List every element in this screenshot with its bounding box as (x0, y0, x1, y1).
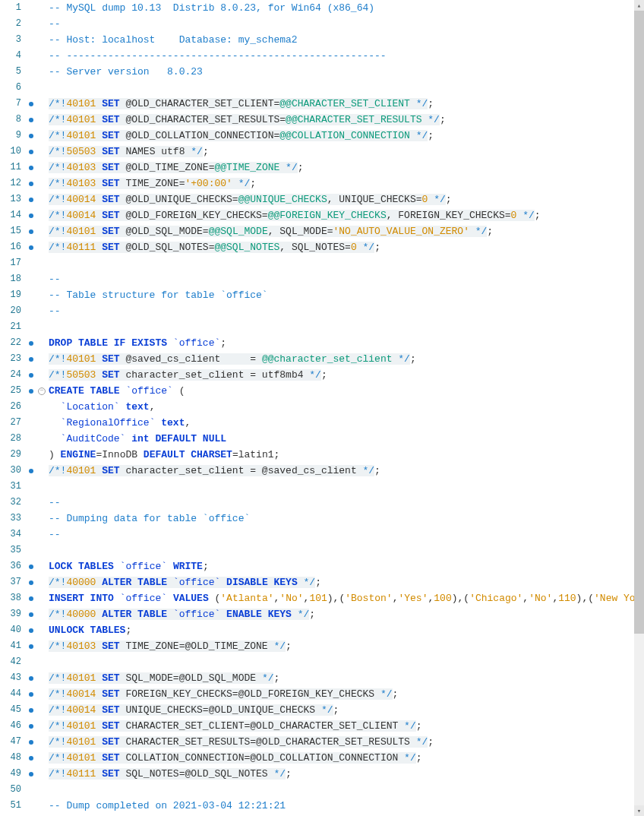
line-number: 10 (0, 144, 21, 160)
code-line[interactable]: /*!40101 SET @OLD_CHARACTER_SET_CLIENT=@… (49, 96, 634, 112)
code-line[interactable]: /*!40111 SET SQL_NOTES=@OLD_SQL_NOTES */… (49, 766, 634, 782)
line-number: 48 (0, 750, 21, 766)
line-number: 11 (0, 160, 21, 176)
code-line[interactable]: /*!40103 SET TIME_ZONE=@OLD_TIME_ZONE */… (49, 638, 634, 654)
line-number: 50 (0, 782, 21, 798)
change-marker (26, 223, 36, 239)
vertical-scrollbar[interactable]: ▴ ▾ (634, 0, 644, 816)
code-line[interactable]: `RegionalOffice` text, (49, 415, 634, 431)
change-marker (26, 542, 36, 558)
code-line[interactable]: /*!40101 SET CHARACTER_SET_RESULTS=@OLD_… (49, 734, 634, 750)
code-line[interactable]: -- Table structure for table `office` (49, 287, 634, 303)
fold-cell (36, 574, 47, 590)
code-line[interactable]: /*!40014 SET @OLD_UNIQUE_CHECKS=@@UNIQUE… (49, 191, 634, 207)
line-number: 41 (0, 638, 21, 654)
scroll-up-icon[interactable]: ▴ (634, 0, 644, 11)
fold-cell (36, 80, 47, 96)
code-line[interactable]: /*!40103 SET TIME_ZONE='+00:00' */; (49, 176, 634, 191)
line-number: 47 (0, 734, 21, 750)
code-line[interactable]: -- MySQL dump 10.13 Distrib 8.0.23, for … (49, 0, 634, 16)
code-line[interactable] (49, 542, 634, 558)
code-line[interactable]: /*!50503 SET character_set_client = utf8… (49, 367, 634, 383)
code-line[interactable]: -- Host: localhost Database: my_schema2 (49, 32, 634, 48)
line-number: 38 (0, 590, 21, 606)
code-area[interactable]: -- MySQL dump 10.13 Distrib 8.0.23, for … (47, 0, 634, 816)
code-line[interactable]: /*!40014 SET @OLD_FOREIGN_KEY_CHECKS=@@F… (49, 207, 634, 223)
code-line[interactable]: LOCK TABLES `office` WRITE; (49, 558, 634, 574)
code-line[interactable]: -- (49, 271, 634, 287)
code-line[interactable]: /*!40101 SET CHARACTER_SET_CLIENT=@OLD_C… (49, 718, 634, 734)
fold-toggle-icon[interactable]: − (38, 387, 46, 395)
fold-cell (36, 415, 47, 431)
code-line[interactable] (49, 654, 634, 670)
code-line[interactable]: /*!40101 SET SQL_MODE=@OLD_SQL_MODE */; (49, 670, 634, 686)
code-line[interactable]: -- (49, 495, 634, 511)
line-number: 29 (0, 447, 21, 463)
code-line[interactable]: /*!40014 SET FOREIGN_KEY_CHECKS=@OLD_FOR… (49, 686, 634, 702)
change-marker (26, 479, 36, 495)
code-line[interactable]: `Location` text, (49, 399, 634, 415)
code-line[interactable]: /*!40111 SET @OLD_SQL_NOTES=@@SQL_NOTES,… (49, 239, 634, 255)
code-line[interactable]: -- -------------------------------------… (49, 48, 634, 64)
code-line[interactable]: -- Dumping data for table `office` (49, 511, 634, 527)
code-line[interactable]: DROP TABLE IF EXISTS `office`; (49, 335, 634, 351)
code-line[interactable]: /*!40101 SET character_set_client = @sav… (49, 463, 634, 479)
code-line[interactable] (49, 782, 634, 798)
code-line[interactable]: /*!40101 SET COLLATION_CONNECTION=@OLD_C… (49, 750, 634, 766)
code-line[interactable]: UNLOCK TABLES; (49, 622, 634, 638)
code-line[interactable] (49, 319, 634, 335)
code-line[interactable]: ) ENGINE=InnoDB DEFAULT CHARSET=latin1; (49, 447, 634, 463)
change-marker (26, 574, 36, 590)
code-line[interactable]: -- (49, 16, 634, 32)
code-line[interactable] (49, 255, 634, 271)
line-number: 36 (0, 558, 21, 574)
code-line[interactable]: /*!40000 ALTER TABLE `office` DISABLE KE… (49, 574, 634, 590)
fold-cell (36, 463, 47, 479)
line-number: 2 (0, 16, 21, 32)
fold-cell (36, 112, 47, 128)
fold-cell (36, 48, 47, 64)
code-line[interactable]: -- Server version 8.0.23 (49, 64, 634, 80)
code-line[interactable]: /*!40000 ALTER TABLE `office` ENABLE KEY… (49, 606, 634, 622)
change-marker (26, 0, 36, 16)
code-line[interactable]: /*!50503 SET NAMES utf8 */; (49, 144, 634, 160)
change-marker (26, 176, 36, 191)
code-line[interactable]: -- (49, 527, 634, 542)
fold-cell (36, 527, 47, 542)
code-line[interactable]: /*!40101 SET @saved_cs_client = @@charac… (49, 351, 634, 367)
code-line[interactable] (49, 80, 634, 96)
code-line[interactable]: /*!40014 SET UNIQUE_CHECKS=@OLD_UNIQUE_C… (49, 702, 634, 718)
line-number: 31 (0, 479, 21, 495)
code-line[interactable]: -- Dump completed on 2021-03-04 12:21:21 (49, 798, 634, 814)
scroll-down-icon[interactable]: ▾ (634, 805, 644, 816)
fold-cell[interactable]: − (36, 383, 47, 399)
change-marker (26, 128, 36, 144)
change-marker (26, 463, 36, 479)
code-line[interactable] (49, 479, 634, 495)
change-marker (26, 367, 36, 383)
code-editor[interactable]: 1234567891011121314151617181920212223242… (0, 0, 644, 816)
code-line[interactable]: `AuditCode` int DEFAULT NULL (49, 431, 634, 447)
fold-cell (36, 335, 47, 351)
change-marker (26, 686, 36, 702)
change-marker (26, 80, 36, 96)
fold-cell (36, 750, 47, 766)
line-number: 20 (0, 303, 21, 319)
line-number: 40 (0, 622, 21, 638)
fold-cell (36, 16, 47, 32)
code-line[interactable]: /*!40101 SET @OLD_COLLATION_CONNECTION=@… (49, 128, 634, 144)
line-number: 49 (0, 766, 21, 782)
line-number: 4 (0, 48, 21, 64)
line-number: 34 (0, 527, 21, 542)
change-marker (26, 112, 36, 128)
code-line[interactable]: /*!40103 SET @OLD_TIME_ZONE=@@TIME_ZONE … (49, 160, 634, 176)
scroll-thumb[interactable] (634, 11, 644, 634)
fold-cell (36, 479, 47, 495)
code-line[interactable]: /*!40101 SET @OLD_CHARACTER_SET_RESULTS=… (49, 112, 634, 128)
line-number: 30 (0, 463, 21, 479)
code-line[interactable]: /*!40101 SET @OLD_SQL_MODE=@@SQL_MODE, S… (49, 223, 634, 239)
code-line[interactable]: INSERT INTO `office` VALUES ('Atlanta','… (49, 590, 634, 606)
code-line[interactable]: -- (49, 303, 634, 319)
code-line[interactable]: CREATE TABLE `office` ( (49, 383, 634, 399)
change-marker (26, 160, 36, 176)
